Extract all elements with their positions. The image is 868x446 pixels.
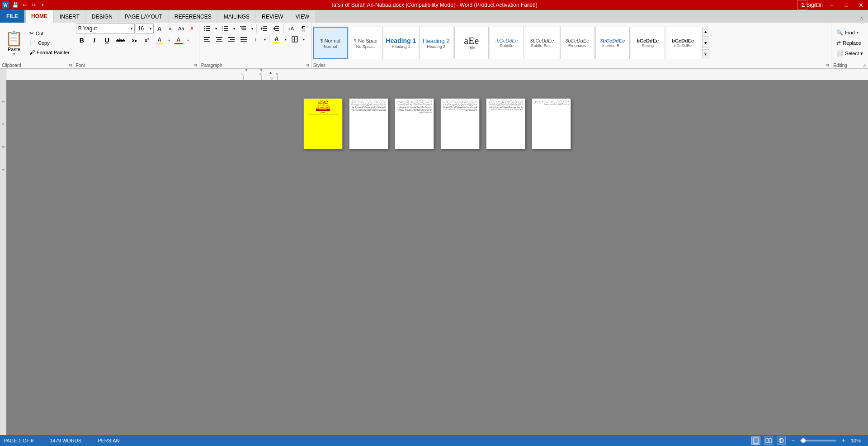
numbering-dropdown[interactable]: ▾ — [231, 24, 237, 33]
replace-btn[interactable]: ⇄ Replace — [833, 38, 866, 47]
strikethrough-btn[interactable]: abc — [114, 34, 127, 46]
style-heading1[interactable]: Heading 1 Heading 1 — [384, 27, 418, 59]
minimize-btn[interactable]: ─ — [825, 0, 839, 10]
bold-btn[interactable]: B — [76, 34, 88, 46]
zoom-in-btn[interactable]: + — [840, 437, 847, 444]
justify-btn[interactable] — [238, 34, 250, 44]
style-subtitle[interactable]: :bCcDdEe Subtitle — [490, 27, 524, 59]
find-label: Find — [845, 30, 854, 35]
read-mode-view-btn[interactable] — [764, 437, 773, 445]
svg-point-59 — [780, 438, 782, 443]
tab-references[interactable]: REFERENCES — [169, 11, 217, 23]
subscript-btn[interactable]: x₂ — [128, 34, 140, 46]
align-left-btn[interactable] — [201, 34, 213, 44]
show-marks-btn[interactable]: ¶ — [297, 24, 309, 33]
qat-redo-btn[interactable]: ↪ — [29, 0, 38, 9]
style-title[interactable]: aEe Title — [454, 27, 489, 59]
highlight-color-btn[interactable]: A — [154, 34, 165, 46]
style-last[interactable]: bCcDdEe bCcDdEe — [666, 27, 700, 59]
font-shrink-btn[interactable]: a — [165, 24, 175, 33]
tab-insert[interactable]: INSERT — [54, 11, 85, 23]
border-dropdown[interactable]: ▾ — [301, 34, 307, 44]
increase-indent-btn[interactable] — [270, 24, 282, 33]
format-painter-btn[interactable]: 🖌 Format Painter — [27, 48, 72, 57]
shading-dropdown[interactable]: ▾ — [283, 34, 288, 44]
styles-scroll-down-btn[interactable]: ▼ — [702, 38, 709, 48]
font-size-dropdown[interactable]: 16 ▾ — [136, 24, 154, 33]
border-btn[interactable] — [289, 34, 301, 44]
print-layout-view-btn[interactable] — [751, 437, 760, 445]
font-name-dropdown[interactable]: B Yagut ▾ — [76, 24, 135, 33]
editing-expand-icon[interactable]: ∧ — [863, 63, 866, 68]
svg-text:▽: ▽ — [270, 76, 274, 80]
tab-view[interactable]: VIEW — [289, 11, 315, 23]
select-btn[interactable]: ⬜ Select ▾ — [833, 49, 866, 58]
font-color-btn[interactable]: A — [173, 34, 184, 46]
find-btn[interactable]: 🔍 Find ▾ — [833, 28, 866, 37]
font-color-dropdown-arrow[interactable]: ▾ — [185, 34, 191, 46]
collapse-ribbon-btn[interactable]: ∧ — [856, 13, 866, 23]
style-no-spacing[interactable]: ¶ No Spac No Spac... — [349, 27, 383, 59]
style-heading2[interactable]: Heading 2 Heading 2 — [419, 27, 453, 59]
svg-text:4: 4 — [1, 123, 5, 125]
superscript-btn[interactable]: x² — [141, 34, 153, 46]
align-center-btn[interactable] — [213, 34, 225, 44]
highlight-dropdown-arrow[interactable]: ▾ — [166, 34, 172, 46]
copy-btn[interactable]: 📄 Copy — [27, 38, 72, 47]
page-1: تعلیق آنلاین انتشارات دانشوند دروس دانلو… — [303, 98, 343, 149]
style-subtle-emphasis[interactable]: 3bCcDdEe Subtle Em... — [525, 27, 559, 59]
tab-review[interactable]: REVIEW — [256, 11, 289, 23]
tab-home[interactable]: HOME — [25, 10, 53, 23]
close-btn[interactable]: ✕ — [854, 0, 868, 10]
style-intense-emphasis[interactable]: 3bCcDdEe Intense E... — [595, 27, 630, 59]
svg-rect-37 — [241, 41, 247, 42]
svg-marker-47 — [245, 69, 248, 71]
zoom-out-btn[interactable]: − — [789, 437, 797, 444]
tab-design[interactable]: DESIGN — [86, 11, 118, 23]
qat-more-btn[interactable]: ▾ — [38, 0, 47, 9]
paste-btn[interactable]: 📋 Paste ▾ — [2, 24, 26, 62]
sort-btn[interactable]: ↕A — [285, 24, 297, 33]
ribbon-minimize-btn[interactable]: 🗕 — [796, 0, 810, 10]
ruler[interactable]: 2 4 6 ▲ ▽ — [6, 69, 868, 80]
zoom-percent[interactable]: 10% — [851, 438, 864, 443]
restore-btn[interactable]: ❐ — [810, 0, 825, 10]
style-emphasis[interactable]: 3bCcDdEe Emphasis — [560, 27, 594, 59]
style-normal[interactable]: ¶ Normal Normal — [313, 27, 348, 59]
zoom-slider-track[interactable] — [800, 440, 836, 441]
styles-expand-icon[interactable]: ⧉ — [826, 63, 829, 68]
qat-undo-btn[interactable]: ↩ — [20, 0, 29, 9]
line-spacing-dropdown[interactable]: ▾ — [262, 34, 268, 44]
svg-rect-55 — [754, 438, 758, 443]
maximize-btn[interactable]: □ — [839, 0, 854, 10]
shading-btn[interactable]: A — [271, 34, 283, 44]
multilevel-btn[interactable] — [237, 24, 249, 33]
line-spacing-btn[interactable]: ↕ — [250, 34, 262, 44]
web-layout-view-btn[interactable] — [777, 437, 786, 445]
font-grow-btn[interactable]: A — [155, 24, 165, 33]
zoom-slider-thumb[interactable] — [801, 438, 806, 443]
numbering-btn[interactable]: 1. 2. 3. — [219, 24, 231, 33]
font-expand-icon[interactable]: ⧉ — [194, 63, 197, 68]
qat-save-btn[interactable]: 💾 — [11, 0, 20, 9]
decrease-indent-btn[interactable] — [258, 24, 270, 33]
multilevel-dropdown[interactable]: ▾ — [250, 24, 255, 33]
svg-rect-25 — [275, 30, 279, 31]
bullets-dropdown[interactable]: ▾ — [213, 24, 219, 33]
tab-file[interactable]: FILE — [0, 10, 24, 23]
tab-mailings[interactable]: MAILINGS — [218, 11, 255, 23]
font-size-arrow: ▾ — [150, 27, 151, 31]
cut-btn[interactable]: ✂ Cut — [27, 29, 72, 38]
change-case-btn[interactable]: Aa — [176, 24, 186, 33]
paragraph-expand-icon[interactable]: ⧉ — [307, 63, 309, 68]
italic-btn[interactable]: I — [89, 34, 100, 46]
style-strong[interactable]: bCcDdEe Strong — [631, 27, 665, 59]
bullets-btn[interactable] — [201, 24, 213, 33]
styles-scroll-up-btn[interactable]: ▲ — [702, 27, 709, 37]
tab-page-layout[interactable]: PAGE LAYOUT — [119, 11, 168, 23]
styles-more-btn[interactable]: ▾ — [702, 49, 709, 59]
clipboard-expand-icon[interactable]: ⧉ — [69, 63, 72, 68]
align-right-btn[interactable] — [226, 34, 237, 44]
clear-format-btn[interactable]: ✗ — [187, 24, 197, 33]
underline-btn[interactable]: U — [101, 34, 113, 46]
